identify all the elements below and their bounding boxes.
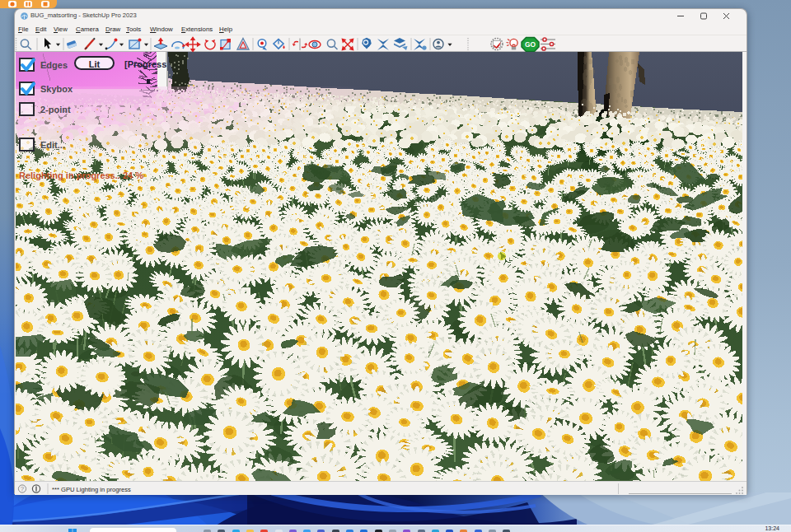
svg-text:?: ? bbox=[21, 485, 25, 492]
svg-text:GO: GO bbox=[525, 40, 536, 49]
